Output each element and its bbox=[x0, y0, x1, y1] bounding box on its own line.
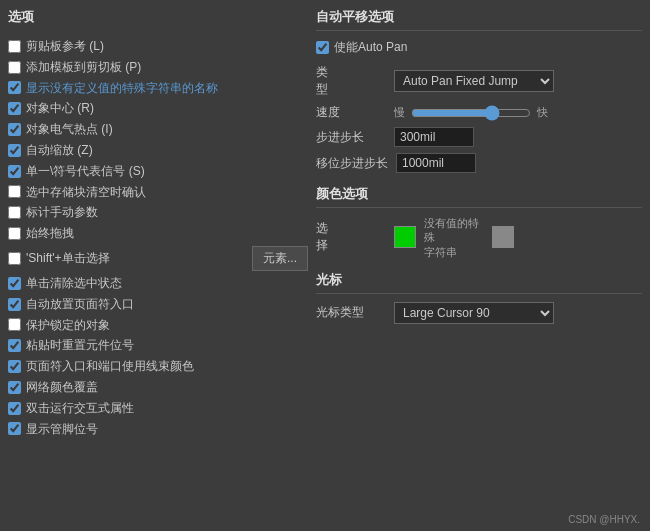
cursor-type-label: 光标类型 bbox=[316, 304, 386, 321]
checkbox-show-special[interactable] bbox=[8, 81, 21, 94]
cursor-section: 光标 光标类型 Large Cursor 90Small Cursor 90Sm… bbox=[316, 271, 642, 324]
color-row: 选 择 没有值的特殊 字符串 bbox=[316, 216, 642, 259]
left-panel: 选项 剪贴板参考 (L)添加模板到剪切板 (P)显示没有定义值的特殊字符串的名称… bbox=[8, 8, 308, 523]
left-panel-title: 选项 bbox=[8, 8, 308, 28]
checkbox-item-auto-place: 自动放置页面符入口 bbox=[8, 294, 308, 315]
type-row: 类 型 Auto Pan Fixed JumpAuto Pan LinearAu… bbox=[316, 64, 642, 98]
checkbox-add-template[interactable] bbox=[8, 61, 21, 74]
checkbox-net-end-color[interactable] bbox=[8, 360, 21, 373]
speed-fast-label: 快 bbox=[537, 105, 548, 120]
checkbox-label-manual-params: 标计手动参数 bbox=[26, 204, 98, 221]
checkbox-item-always-drag: 始终拖拽 bbox=[8, 223, 308, 244]
checkbox-label-shift-click: 'Shift'+单击选择 bbox=[26, 250, 110, 267]
checkbox-item-net-color-cover: 网络颜色覆盖 bbox=[8, 377, 308, 398]
enable-autopan-row: 使能Auto Pan bbox=[316, 39, 642, 56]
checkbox-item-manual-params: 标计手动参数 bbox=[8, 202, 308, 223]
color-options-section: 颜色选项 选 择 没有值的特殊 字符串 bbox=[316, 185, 642, 259]
checkbox-obj-hotspot[interactable] bbox=[8, 123, 21, 136]
checkbox-item-show-pin-designator: 显示管脚位号 bbox=[8, 419, 308, 440]
checkbox-item-protect-locked: 保护锁定的对象 bbox=[8, 315, 308, 336]
checkbox-label-net-color-cover: 网络颜色覆盖 bbox=[26, 379, 98, 396]
speed-slider[interactable] bbox=[411, 105, 531, 121]
checkbox-item-shift-click: 'Shift'+单击选择元素... bbox=[8, 244, 308, 273]
checkbox-label-obj-hotspot: 对象电气热点 (I) bbox=[26, 121, 113, 138]
enable-autopan-label: 使能Auto Pan bbox=[334, 39, 407, 56]
move-step-input[interactable] bbox=[396, 153, 476, 173]
checkbox-clipboard[interactable] bbox=[8, 40, 21, 53]
select-label: 选 择 bbox=[316, 220, 386, 254]
checkbox-label-protect-locked: 保护锁定的对象 bbox=[26, 317, 110, 334]
color-options-title: 颜色选项 bbox=[316, 185, 642, 208]
checkbox-label-add-template: 添加模板到剪切板 (P) bbox=[26, 59, 141, 76]
checkbox-item-show-special: 显示没有定义值的特殊字符串的名称 bbox=[8, 78, 308, 99]
enable-autopan-checkbox[interactable] bbox=[316, 41, 329, 54]
type-label: 类 型 bbox=[316, 64, 386, 98]
speed-slow-label: 慢 bbox=[394, 105, 405, 120]
green-color-swatch[interactable] bbox=[394, 226, 416, 248]
cursor-type-select[interactable]: Large Cursor 90Small Cursor 90Small Curs… bbox=[394, 302, 554, 324]
checkbox-label-obj-center: 对象中心 (R) bbox=[26, 100, 94, 117]
checkbox-label-auto-place: 自动放置页面符入口 bbox=[26, 296, 134, 313]
cursor-type-row: 光标类型 Large Cursor 90Small Cursor 90Small… bbox=[316, 302, 642, 324]
checkbox-label-clear-selection: 单击清除选中状态 bbox=[26, 275, 122, 292]
checkbox-item-double-click-interactive: 双击运行交互式属性 bbox=[8, 398, 308, 419]
checkbox-always-drag[interactable] bbox=[8, 227, 21, 240]
checkbox-item-auto-zoom: 自动缩放 (Z) bbox=[8, 140, 308, 161]
checkbox-shift-click[interactable] bbox=[8, 252, 21, 265]
checkbox-item-net-end-color: 页面符入口和端口使用线束颜色 bbox=[8, 356, 308, 377]
checkbox-label-net-end-color: 页面符入口和端口使用线束颜色 bbox=[26, 358, 194, 375]
auto-pan-title: 自动平移选项 bbox=[316, 8, 642, 31]
checkbox-label-always-drag: 始终拖拽 bbox=[26, 225, 74, 242]
checkbox-label-double-click-interactive: 双击运行交互式属性 bbox=[26, 400, 134, 417]
type-select[interactable]: Auto Pan Fixed JumpAuto Pan LinearAuto P… bbox=[394, 70, 554, 92]
checkbox-item-clear-selection: 单击清除选中状态 bbox=[8, 273, 308, 294]
checkbox-auto-zoom[interactable] bbox=[8, 144, 21, 157]
checkbox-label-show-pin-designator: 显示管脚位号 bbox=[26, 421, 98, 438]
checkbox-item-add-template: 添加模板到剪切板 (P) bbox=[8, 57, 308, 78]
checkbox-show-pin-designator[interactable] bbox=[8, 422, 21, 435]
right-panel: 自动平移选项 使能Auto Pan 类 型 Auto Pan Fixed Jum… bbox=[316, 8, 642, 523]
checkbox-label-confirm-on-store: 选中存储块清空时确认 bbox=[26, 184, 146, 201]
checkbox-item-obj-hotspot: 对象电气热点 (I) bbox=[8, 119, 308, 140]
speed-label: 速度 bbox=[316, 104, 386, 121]
checkbox-label-show-special: 显示没有定义值的特殊字符串的名称 bbox=[26, 80, 218, 97]
checkbox-single-signal[interactable] bbox=[8, 165, 21, 178]
checkbox-label-single-signal: 单一\符号代表信号 (S) bbox=[26, 163, 145, 180]
checkbox-item-confirm-on-store: 选中存储块清空时确认 bbox=[8, 182, 308, 203]
watermark: CSDN @HHYX. bbox=[568, 514, 640, 525]
checkbox-clear-selection[interactable] bbox=[8, 277, 21, 290]
cursor-title: 光标 bbox=[316, 271, 642, 294]
checkbox-auto-place[interactable] bbox=[8, 298, 21, 311]
speed-slider-container: 慢 快 bbox=[394, 105, 642, 121]
checkbox-item-clipboard: 剪贴板参考 (L) bbox=[8, 36, 308, 57]
checkbox-label-auto-zoom: 自动缩放 (Z) bbox=[26, 142, 93, 159]
checkbox-protect-locked[interactable] bbox=[8, 318, 21, 331]
checkbox-paste-reset[interactable] bbox=[8, 339, 21, 352]
checkbox-net-color-cover[interactable] bbox=[8, 381, 21, 394]
checkbox-obj-center[interactable] bbox=[8, 102, 21, 115]
special-string-label: 没有值的特殊 字符串 bbox=[424, 216, 484, 259]
checkbox-label-clipboard: 剪贴板参考 (L) bbox=[26, 38, 104, 55]
move-step-label: 移位步进步长 bbox=[316, 155, 388, 172]
checkbox-double-click-interactive[interactable] bbox=[8, 402, 21, 415]
auto-pan-section: 自动平移选项 使能Auto Pan 类 型 Auto Pan Fixed Jum… bbox=[316, 8, 642, 173]
checkbox-label-paste-reset: 粘贴时重置元件位号 bbox=[26, 337, 134, 354]
step-label: 步进步长 bbox=[316, 129, 386, 146]
checkbox-confirm-on-store[interactable] bbox=[8, 185, 21, 198]
step-input[interactable] bbox=[394, 127, 474, 147]
step-row: 步进步长 bbox=[316, 127, 642, 147]
gray-color-swatch[interactable] bbox=[492, 226, 514, 248]
checkbox-manual-params[interactable] bbox=[8, 206, 21, 219]
checkbox-item-obj-center: 对象中心 (R) bbox=[8, 98, 308, 119]
checkbox-list: 剪贴板参考 (L)添加模板到剪切板 (P)显示没有定义值的特殊字符串的名称对象中… bbox=[8, 36, 308, 439]
yuan-su-button[interactable]: 元素... bbox=[252, 246, 308, 271]
checkbox-item-single-signal: 单一\符号代表信号 (S) bbox=[8, 161, 308, 182]
move-step-row: 移位步进步长 bbox=[316, 153, 642, 173]
checkbox-item-paste-reset: 粘贴时重置元件位号 bbox=[8, 335, 308, 356]
speed-row: 速度 慢 快 bbox=[316, 104, 642, 121]
